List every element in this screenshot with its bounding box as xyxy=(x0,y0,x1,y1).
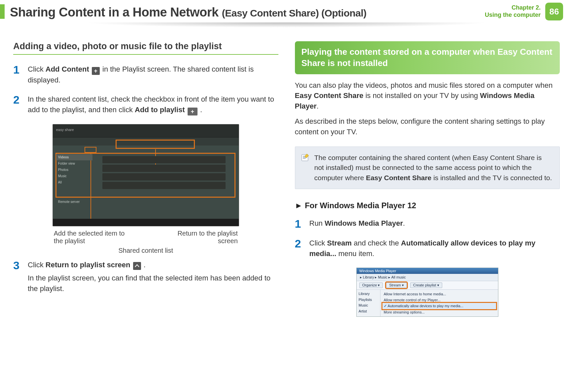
screenshot-figure: easy share Videos Folder view Photos Mus… xyxy=(53,124,239,254)
wmp-nav: Library Playlists Music Artist xyxy=(357,290,380,316)
bold: Easy Content Share xyxy=(295,91,364,100)
step-body: In the shared content list, check the ch… xyxy=(28,94,278,115)
sidebar-videos: Videos xyxy=(56,154,92,160)
text: . xyxy=(142,261,146,269)
list-item xyxy=(102,156,226,163)
sidebar-photos: Photos xyxy=(56,167,92,173)
step-number: 2 xyxy=(295,238,304,259)
green-callout: Playing the content stored on a computer… xyxy=(295,41,560,74)
plus-icon: + xyxy=(92,67,100,75)
sidebar-folder: Folder view xyxy=(56,160,92,167)
note-box: The computer containing the shared conte… xyxy=(295,147,560,189)
nav-artist[interactable]: Artist xyxy=(359,309,378,314)
bold: Add Content xyxy=(46,65,89,73)
step-number: 2 xyxy=(13,94,22,115)
shot-rows xyxy=(99,155,229,190)
chapter-line1: Chapter 2. xyxy=(485,4,541,12)
list-item xyxy=(102,165,226,172)
page-number-badge: 86 xyxy=(545,3,563,20)
figure-label-center: Shared content list xyxy=(53,247,239,254)
nav-library[interactable]: Library xyxy=(359,291,378,297)
paragraph: As described in the steps below, configu… xyxy=(295,116,560,137)
text: Run xyxy=(309,219,325,227)
nav-music[interactable]: Music xyxy=(359,303,378,309)
menu-item-auto-allow[interactable]: Automatically allow devices to play my m… xyxy=(382,303,496,309)
sidebar-music: Music xyxy=(56,173,92,179)
page-header: Sharing Content in a Home Network (Easy … xyxy=(0,0,573,25)
text: You can also play the videos, photos and… xyxy=(295,81,553,89)
right-column: Playing the content stored on a computer… xyxy=(295,41,560,317)
shot-sidebar: Videos Folder view Photos Music All Remo… xyxy=(56,154,92,205)
chapter-block: Chapter 2. Using the computer 86 xyxy=(485,3,563,20)
bold: Windows Media Player xyxy=(325,219,403,227)
menu-item[interactable]: Allow remote control of my Player... xyxy=(382,297,496,303)
menu-item[interactable]: More streaming options... xyxy=(382,309,496,315)
step-number: 3 xyxy=(13,260,22,294)
text: Click xyxy=(309,239,327,247)
organize-button[interactable]: Organize ▾ xyxy=(359,282,383,288)
app-screenshot: easy share Videos Folder view Photos Mus… xyxy=(53,124,239,226)
nav-playlists[interactable]: Playlists xyxy=(359,297,378,303)
note-icon xyxy=(301,153,310,162)
step-2: 2 In the shared content list, check the … xyxy=(13,94,278,115)
chapter-line2: Using the computer xyxy=(485,12,541,19)
step-r1: 1 Run Windows Media Player. xyxy=(295,218,560,229)
shot-taskbar xyxy=(53,219,239,226)
step-3: 3 Click Return to playlist screen . In t… xyxy=(13,260,278,294)
wmp-titlebar: Windows Media Player xyxy=(357,268,498,274)
callout-add-to-playlist xyxy=(85,147,96,153)
step-body: Click Stream and check the Automatically… xyxy=(309,238,560,259)
page-title: Sharing Content in a Home Network (Easy … xyxy=(10,5,367,19)
list-item xyxy=(102,182,226,189)
left-column: Adding a video, photo or music file to t… xyxy=(13,41,278,317)
page-title-sub: (Easy Content Share) (Optional) xyxy=(222,8,367,18)
text: Click xyxy=(28,261,46,269)
stream-menu: Allow Internet access to home media... A… xyxy=(380,290,498,316)
text: Click xyxy=(28,65,46,73)
bold: Stream xyxy=(327,239,352,247)
text xyxy=(89,65,91,73)
text: is not installed on your TV by using xyxy=(363,91,480,100)
sidebar-remote: Remote server xyxy=(56,199,92,205)
bold: Easy Content Share xyxy=(366,174,431,181)
create-playlist-button[interactable]: Create playlist ▾ xyxy=(410,282,442,288)
return-icon xyxy=(133,262,141,270)
wmp-body: Library Playlists Music Artist Allow Int… xyxy=(357,290,498,316)
figure-label-left: Add the selected item to the playlist xyxy=(54,230,126,245)
sidebar-all: All xyxy=(56,179,92,185)
step-1: 1 Click Add Content + in the Playlist sc… xyxy=(13,64,278,85)
chapter-text: Chapter 2. Using the computer xyxy=(485,4,541,18)
wmp-breadcrumb: ▸ Library ▸ Music ▸ All music xyxy=(357,274,498,281)
step-body: Click Add Content + in the Playlist scre… xyxy=(28,64,278,85)
figure-label-right: Return to the playlist screen xyxy=(172,230,238,245)
bold: Add to playlist xyxy=(135,106,185,114)
subheading: For Windows Media Player 12 xyxy=(295,201,560,210)
stream-button[interactable]: Stream ▾ xyxy=(386,282,407,288)
page-title-main: Sharing Content in a Home Network xyxy=(10,5,219,19)
step-number: 1 xyxy=(295,218,304,229)
bold: Return to playlist screen xyxy=(46,261,130,269)
content-columns: Adding a video, photo or music file to t… xyxy=(0,25,573,317)
step-body: Run Windows Media Player. xyxy=(309,218,405,229)
text: is installed and the TV is connected to. xyxy=(431,174,552,181)
step-number: 1 xyxy=(13,64,22,85)
shot-header: easy share xyxy=(53,124,239,138)
menu-item[interactable]: Allow Internet access to home media... xyxy=(382,291,496,297)
text: and check the xyxy=(352,239,401,247)
wmp-toolbar: Organize ▾ Stream ▾ Create playlist ▾ xyxy=(357,281,498,290)
shot-logo: easy share xyxy=(56,128,74,132)
paragraph: You can also play the videos, photos and… xyxy=(295,80,560,112)
step-tail: In the playlist screen, you can find tha… xyxy=(28,273,278,294)
step-body: Click Return to playlist screen . In the… xyxy=(28,260,278,294)
text: menu item. xyxy=(336,249,374,258)
text: . xyxy=(317,102,319,110)
list-item xyxy=(102,173,226,180)
step-r2: 2 Click Stream and check the Automatical… xyxy=(295,238,560,259)
callout-return-button xyxy=(116,140,195,149)
header-accent-bar xyxy=(0,4,5,19)
figure-labels-row: Add the selected item to the playlist Re… xyxy=(53,230,239,245)
section-title-left: Adding a video, photo or music file to t… xyxy=(13,41,278,55)
add-to-playlist-icon: + xyxy=(188,108,197,115)
wmp-screenshot: Windows Media Player ▸ Library ▸ Music ▸… xyxy=(356,268,498,317)
text: . xyxy=(403,219,405,227)
